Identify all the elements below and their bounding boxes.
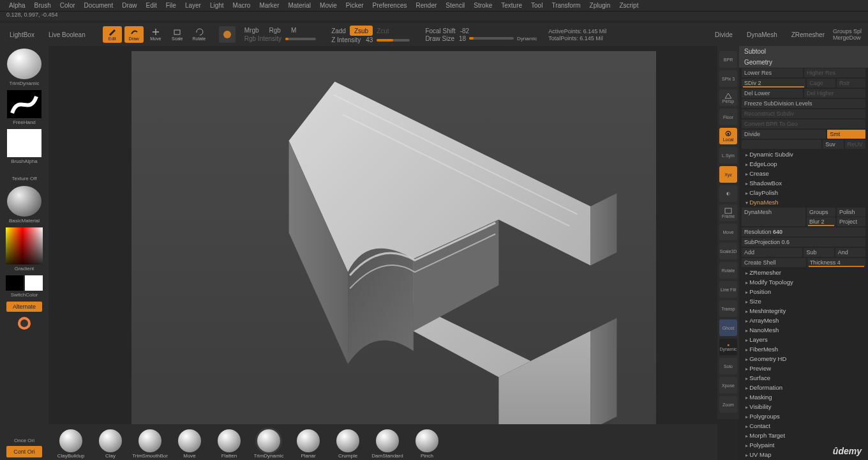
modify-topology-item[interactable]: Modify Topology	[739, 277, 868, 287]
lightbox-button[interactable]: LightBox	[4, 26, 40, 43]
sdiv-slider[interactable]: SDiv 2	[742, 79, 805, 88]
menu-picker[interactable]: Picker	[346, 2, 364, 9]
color-picker[interactable]	[6, 227, 43, 264]
higher-res-button[interactable]: Higher Res	[804, 68, 865, 77]
menu-edit[interactable]: Edit	[146, 2, 157, 9]
morph-target-item[interactable]: Morph Target	[739, 431, 868, 440]
polish-button[interactable]: Polish	[837, 208, 865, 217]
rotate-button[interactable]: Rotate	[190, 26, 209, 43]
solo-button[interactable]: Solo	[719, 358, 737, 374]
menu-tool[interactable]: Tool	[531, 2, 542, 9]
rotate3d-button[interactable]: Rotate	[719, 262, 737, 279]
merge-down-button[interactable]: MergeDow	[833, 34, 862, 41]
menu-movie[interactable]: Movie	[320, 2, 337, 9]
drawsize-slider[interactable]	[469, 37, 514, 40]
reconstruct-subdiv-button[interactable]: Reconstruct Subdiv	[742, 109, 865, 118]
deformation-item[interactable]: Deformation	[739, 383, 868, 392]
geometry-header[interactable]: Geometry	[739, 57, 868, 68]
aa-half-button[interactable]: ◐	[719, 185, 737, 202]
size-item[interactable]: Size	[739, 296, 868, 306]
linefill-button[interactable]: Line Fill	[719, 281, 737, 298]
menu-color[interactable]: Color	[60, 2, 75, 9]
zcut-toggle[interactable]: Zcut	[375, 27, 390, 34]
zremesher-item[interactable]: ZRemesher	[739, 268, 868, 277]
surface-item[interactable]: Surface	[739, 373, 868, 383]
material-picker[interactable]	[7, 186, 41, 217]
alpha-picker[interactable]	[7, 129, 41, 157]
gizmo-button[interactable]	[219, 26, 236, 43]
transp-button[interactable]: Transp	[719, 300, 737, 317]
claypolish-item[interactable]: ClayPolish	[739, 188, 868, 197]
floor-button[interactable]: Floor	[719, 109, 737, 125]
scale-button[interactable]: Scale	[168, 26, 187, 43]
menu-alpha[interactable]: Alpha	[9, 2, 26, 9]
dynamic-toggle[interactable]: Dynamic	[516, 36, 538, 42]
draw-button[interactable]: Draw	[124, 26, 144, 43]
resolution-slider[interactable]: Resolution 640	[742, 227, 865, 236]
xyz-button[interactable]: Xyz	[719, 166, 737, 183]
scale3d-button[interactable]: Scale3D	[719, 243, 737, 259]
texture-off-button[interactable]: Texture Off	[12, 172, 37, 185]
cage-button[interactable]: Cage	[807, 79, 835, 88]
brush-trimdynamic[interactable]: TrimDynamic	[251, 429, 286, 459]
subprojection-slider[interactable]: SubProjection 0.6	[742, 238, 865, 247]
add-button[interactable]: Add	[742, 248, 802, 257]
layers-item[interactable]: Layers	[739, 335, 868, 344]
subtool-header[interactable]: Subtool	[739, 46, 868, 57]
project-button[interactable]: Project	[837, 217, 865, 226]
move-button[interactable]: Move	[146, 26, 165, 43]
brush-move[interactable]: Move	[172, 429, 207, 459]
del-higher-button[interactable]: Del Higher	[804, 89, 865, 98]
blur-slider[interactable]: Blur 2	[807, 217, 835, 226]
masking-item[interactable]: Masking	[739, 392, 868, 402]
dynamesh-button[interactable]: DynaMesh	[741, 26, 783, 43]
menu-brush[interactable]: Brush	[34, 2, 51, 9]
smt-button[interactable]: Smt	[827, 130, 865, 139]
color-swatches[interactable]	[6, 275, 43, 291]
menu-transform[interactable]: Transform	[551, 2, 580, 9]
xpose-button[interactable]: Xpose	[719, 377, 737, 394]
rgb-intensity-slider[interactable]	[285, 38, 316, 40]
divide-button-panel[interactable]: Divide	[742, 130, 826, 139]
menu-macro[interactable]: Macro	[233, 2, 251, 9]
brush-planar[interactable]: Planar	[291, 429, 326, 459]
position-item[interactable]: Position	[739, 287, 868, 296]
brush-picker[interactable]	[7, 49, 41, 79]
menu-zscript[interactable]: Zscript	[619, 2, 638, 9]
menu-light[interactable]: Light	[210, 2, 224, 9]
mrgb-toggle[interactable]: Mrgb	[243, 27, 260, 34]
sub-button[interactable]: Sub	[804, 248, 834, 257]
groups-split-button[interactable]: Groups Spl	[833, 28, 862, 34]
top-menu[interactable]: Alpha Brush Color Document Draw Edit Fil…	[0, 0, 868, 12]
groups-button[interactable]: Groups	[807, 208, 835, 217]
bpr-button[interactable]: BPR	[719, 51, 737, 68]
nanomesh-item[interactable]: NanoMesh	[739, 325, 868, 335]
menu-stencil[interactable]: Stencil	[445, 2, 465, 9]
menu-preferences[interactable]: Preferences	[373, 2, 407, 9]
brush-flatten[interactable]: Flatten	[212, 429, 246, 459]
stroke-picker[interactable]	[7, 90, 41, 118]
reuv-button[interactable]: ReUV	[845, 140, 865, 149]
rgb-toggle[interactable]: Rgb	[268, 27, 282, 34]
frame-button[interactable]: Frame	[719, 204, 737, 221]
spix-button[interactable]: SPix 3	[719, 70, 737, 87]
rstr-button[interactable]: Rstr	[837, 79, 865, 88]
ghost-button[interactable]: Ghost	[719, 319, 737, 336]
meshintegrity-item[interactable]: MeshIntegrity	[739, 306, 868, 316]
switchcolor-label[interactable]: SwitchColor	[11, 292, 38, 298]
arraymesh-item[interactable]: ArrayMesh	[739, 316, 868, 325]
menu-zplugin[interactable]: Zplugin	[590, 2, 611, 9]
zremesher-button[interactable]: ZRemesher	[786, 26, 830, 43]
liveboolean-button[interactable]: Live Boolean	[43, 26, 91, 43]
dynamesh-item[interactable]: DynaMesh	[739, 197, 868, 207]
shadowbox-item[interactable]: ShadowBox	[739, 178, 868, 188]
lsym-button[interactable]: L.Sym	[719, 147, 737, 164]
menu-file[interactable]: File	[166, 2, 176, 9]
brush-damstandard[interactable]: DamStandard	[370, 429, 405, 459]
persp-button[interactable]: Persp	[719, 89, 737, 106]
zadd-toggle[interactable]: Zadd	[330, 27, 347, 34]
viewport[interactable]	[131, 51, 656, 454]
move3d-button[interactable]: Move	[719, 224, 737, 240]
menu-draw[interactable]: Draw	[122, 2, 137, 9]
menu-marker[interactable]: Marker	[259, 2, 279, 9]
